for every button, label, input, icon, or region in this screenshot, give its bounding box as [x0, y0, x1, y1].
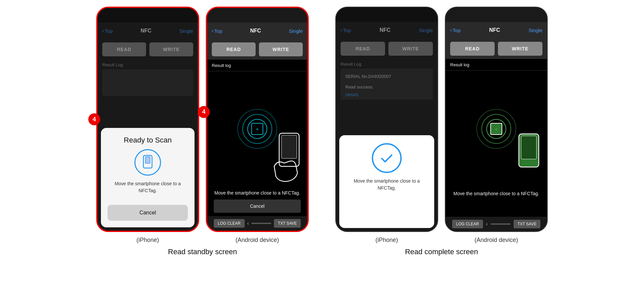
android-nfc-overlay: Result log ＋ — [207, 60, 307, 216]
write-button-android-c[interactable]: WRITE — [498, 42, 542, 56]
read-button-android-c[interactable]: READ — [450, 42, 495, 56]
svg-rect-1 — [145, 157, 150, 163]
svg-rect-5 — [521, 136, 536, 159]
back-nav-button-c[interactable]: ‹ — [486, 221, 488, 227]
nfc-success-area: ＋ — [445, 71, 547, 187]
standby-section-title: Read standby screen — [168, 248, 237, 256]
svg-rect-3 — [282, 135, 297, 158]
complete-section-title: Read complete screen — [405, 248, 478, 256]
log-clear-button[interactable]: LOG CLEAR — [214, 219, 245, 228]
android-complete-label: (Android device) — [474, 237, 518, 244]
phone-hand-svg-s — [507, 127, 547, 187]
nav-bar-android: ‹ Top NFC Single — [207, 23, 307, 39]
bottom-bar-android-c: LOG CLEAR ‹ TXT SAVE — [445, 217, 547, 231]
android-complete-phone: ‹ Top NFC Single READ WRITE Resu — [445, 7, 548, 232]
ios-success-modal: Move the smartphone close to a NFCTag. — [336, 7, 438, 231]
android-standby-phone: ‹ Top NFC Single READ WRITE Resu — [206, 7, 309, 232]
hw-buttons-android-c: READ WRITE — [445, 38, 547, 59]
iphone-standby-wrapper: 4 ‹ Top NFC Single — [96, 7, 199, 232]
overlay-header: Result log — [207, 60, 307, 71]
success-circle — [372, 143, 402, 173]
hw-buttons-android: READ WRITE — [207, 39, 307, 60]
android-label: (Android device) — [235, 237, 279, 244]
complete-pair: ‹ Top NFC Single READ WRITE Result Log — [335, 7, 548, 244]
nav-bar-android-c: ‹ Top NFC Single — [445, 22, 547, 38]
nav-right-android: Single — [289, 28, 303, 34]
log-clear-button-c[interactable]: LOG CLEAR — [452, 220, 483, 228]
nav-back-android[interactable]: ‹ Top — [212, 28, 222, 34]
android-success-overlay: Result log ＋ — [445, 59, 547, 217]
overlay-message-c: Move the smartphone close to a NFCTag. — [445, 187, 547, 200]
nav-title-android: NFC — [250, 28, 261, 34]
android-standby-col: 4 ‹ Top NFC Single — [206, 7, 309, 244]
bottom-bar-android: LOG CLEAR ‹ TXT SAVE — [207, 216, 307, 231]
modal-title: Ready to Scan — [124, 136, 172, 144]
write-button-android[interactable]: WRITE — [259, 42, 303, 56]
nav-right-android-c: Single — [528, 28, 542, 33]
iphone-complete-col: ‹ Top NFC Single READ WRITE Result Log — [335, 7, 438, 244]
nfc-icon-circle — [134, 149, 161, 176]
nfc-card-icon-hand — [490, 123, 502, 135]
result-log-label-overlay-c: Result log — [450, 62, 469, 67]
step4-badge-iphone: 4 — [88, 113, 100, 125]
iphone-label: (iPhone) — [136, 237, 159, 244]
phone-hand-svg — [268, 127, 307, 186]
overlay-message: Move the smartphone close to a NFCTag. — [207, 186, 307, 200]
step4-badge-android: 4 — [198, 106, 210, 118]
nav-title-android-c: NFC — [489, 27, 500, 33]
main-layout: 4 ‹ Top NFC Single — [10, 7, 634, 256]
iphone-complete-label: (iPhone) — [375, 237, 398, 244]
section-complete: ‹ Top NFC Single READ WRITE Result Log — [335, 7, 548, 256]
checkmark-svg — [378, 150, 395, 166]
nfc-animation-area: ＋ — [207, 71, 307, 186]
ios-modal-card: Ready to Scan Move the smartphone close … — [101, 128, 195, 227]
read-button-android[interactable]: READ — [212, 42, 256, 56]
back-nav-button[interactable]: ‹ — [247, 220, 249, 226]
ios-scan-modal: Ready to Scan Move the smartphone close … — [98, 8, 198, 231]
result-log-label-overlay: Result log — [212, 63, 231, 68]
nfc-device-svg — [140, 154, 155, 171]
iphone-complete-phone: ‹ Top NFC Single READ WRITE Result Log — [335, 7, 438, 232]
iphone-standby-col: 4 ‹ Top NFC Single — [96, 7, 199, 244]
overlay-spacer — [445, 200, 547, 217]
iphone-standby-phone: ‹ Top NFC Single READ WRITE — [96, 7, 199, 232]
chevron-icon-android: ‹ — [212, 28, 213, 34]
ios-success-card: Move the smartphone close to a NFCTag. — [339, 135, 434, 228]
success-message: Move the smartphone close to a NFCTag. — [346, 178, 428, 192]
nfc-card-icon: ＋ — [251, 123, 263, 135]
section-standby: 4 ‹ Top NFC Single — [96, 7, 309, 256]
home-indicator — [251, 223, 271, 224]
home-indicator-c — [491, 223, 511, 225]
txt-save-button-c[interactable]: TXT SAVE — [514, 220, 540, 228]
modal-message: Move the smartphone close to a NFCTag. — [108, 180, 188, 194]
android-cancel-button[interactable]: Cancel — [214, 200, 301, 213]
nav-back-android-c[interactable]: ‹ Top — [450, 27, 461, 33]
overlay-header-c: Result log — [445, 59, 547, 71]
txt-save-button[interactable]: TXT SAVE — [274, 219, 301, 228]
standby-pair: 4 ‹ Top NFC Single — [96, 7, 309, 244]
cancel-button[interactable]: Cancel — [108, 205, 188, 221]
chevron-icon-android-c: ‹ — [450, 27, 452, 33]
android-complete-col: ‹ Top NFC Single READ WRITE Resu — [445, 7, 548, 244]
status-bar-android — [207, 8, 307, 23]
status-bar-android-c — [445, 7, 547, 22]
